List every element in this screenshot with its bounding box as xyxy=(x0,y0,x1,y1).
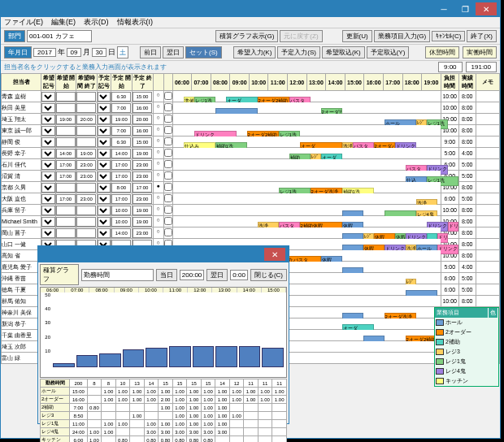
task-bar[interactable]: ドリンク xyxy=(448,222,458,232)
yotei-button[interactable]: 予定入力(S) xyxy=(277,46,320,58)
memo-cell[interactable] xyxy=(476,228,499,239)
kibo-start-input[interactable] xyxy=(56,103,76,113)
kibo-kigo-select[interactable] xyxy=(41,92,54,102)
row-checkbox[interactable] xyxy=(164,171,172,180)
prev-day-button[interactable]: 前日 xyxy=(140,46,161,58)
yotei-start-input[interactable] xyxy=(111,217,131,227)
kibo-button[interactable]: 希望入力(K) xyxy=(233,46,276,58)
kibo-end-input[interactable] xyxy=(76,115,96,124)
year-input[interactable] xyxy=(33,48,56,57)
next-day-button[interactable]: 翌日 xyxy=(163,46,184,58)
staff-name[interactable]: 大阪 直也 xyxy=(2,193,41,205)
kibo-kigo-select[interactable] xyxy=(41,103,54,113)
staff-name[interactable]: 新潟 恭子 xyxy=(2,318,41,330)
kibo-start-input[interactable] xyxy=(56,126,76,136)
maximize-button[interactable]: ❐ xyxy=(454,2,476,15)
kibo-end-input[interactable] xyxy=(76,92,96,102)
row-checkbox[interactable] xyxy=(164,160,172,168)
staff-name[interactable]: 青森 直樹 xyxy=(2,91,41,102)
yotei-end-input[interactable] xyxy=(133,228,152,238)
memo-cell[interactable] xyxy=(476,114,499,125)
row-checkbox[interactable] xyxy=(164,103,172,111)
graph-button[interactable]: 積算グラフ表示(G) xyxy=(215,30,279,42)
memo-cell[interactable] xyxy=(476,284,499,296)
kibo-end-input[interactable] xyxy=(76,137,96,147)
staff-name[interactable]: 埼玉 次郎 xyxy=(2,341,41,353)
yotei-kigo-select[interactable] xyxy=(98,228,111,238)
memo-cell[interactable] xyxy=(476,102,499,114)
month-input[interactable] xyxy=(67,48,81,57)
chart-close-button[interactable]: ✕ xyxy=(264,248,285,261)
yotei-kigo-select[interactable]: 遅1 xyxy=(98,149,111,158)
memo-cell[interactable] xyxy=(476,182,499,193)
yotei-start-input[interactable] xyxy=(111,126,131,136)
staff-name[interactable]: 沼賀 清 xyxy=(2,171,41,182)
kibo-start-input[interactable] xyxy=(56,160,76,170)
kibo-end-input[interactable] xyxy=(76,126,96,136)
kibo-kigo-select[interactable] xyxy=(41,115,54,124)
end-button[interactable]: 終了(X) xyxy=(467,30,497,42)
kibo-end-input[interactable] xyxy=(76,183,96,193)
kibo-kigo-select[interactable] xyxy=(41,160,54,170)
day-input[interactable] xyxy=(92,48,106,57)
row-checkbox[interactable] xyxy=(164,115,172,123)
kibo-start-input[interactable] xyxy=(56,115,76,124)
yotei-end-input[interactable] xyxy=(133,137,152,147)
kibo-kigo-select[interactable] xyxy=(41,137,54,147)
menu-file[interactable]: ファイル(E) xyxy=(4,17,43,28)
yotei-end-input[interactable] xyxy=(133,160,152,170)
row-checkbox[interactable] xyxy=(164,206,172,214)
chart-kind-select[interactable]: 勤務時間 xyxy=(81,269,154,281)
staff-name[interactable]: 埼玉 翔太 xyxy=(2,114,41,125)
kibo-kigo-select[interactable] xyxy=(41,206,54,215)
yotei-start-input[interactable] xyxy=(111,171,131,181)
legend-row[interactable]: ホール xyxy=(435,318,498,327)
memo-cell[interactable] xyxy=(476,125,499,136)
yotei-kigo-select[interactable]: 日A xyxy=(98,217,111,227)
kibo-start-input[interactable] xyxy=(56,217,76,227)
yotei-end-input[interactable] xyxy=(133,171,152,181)
row-checkbox[interactable] xyxy=(164,194,172,202)
legend-panel[interactable]: 業務項目 色 ホール2オーダー2補助レジ3レジ1鬼レジ4鬼キッチン xyxy=(434,307,499,387)
kibo-start-input[interactable] xyxy=(56,171,76,181)
memo-cell[interactable] xyxy=(476,216,499,228)
legend-row[interactable]: レジ1鬼 xyxy=(435,357,498,366)
kibo-kigo-select[interactable] xyxy=(41,126,54,136)
yotei-end-input[interactable] xyxy=(133,217,152,227)
yotei-start-input[interactable] xyxy=(111,206,131,215)
yotei-kigo-select[interactable]: 早2 xyxy=(98,92,111,102)
kibo-start-input[interactable] xyxy=(56,149,76,158)
row-checkbox[interactable] xyxy=(164,183,172,191)
staff-name[interactable]: 神奈川 美保 xyxy=(2,307,41,318)
yotei-kigo-select[interactable]: 遅2 xyxy=(98,160,111,170)
set-button[interactable]: セット(S) xyxy=(185,46,222,58)
memo-cell[interactable] xyxy=(476,250,499,262)
yotei-end-input[interactable] xyxy=(133,115,152,124)
kibo-kigo-select[interactable] xyxy=(41,228,54,238)
staff-name[interactable]: 静岡 俊 xyxy=(2,136,41,148)
memo-cell[interactable] xyxy=(476,193,499,205)
kibo-end-input[interactable] xyxy=(76,160,96,170)
kibo-kigo-select[interactable] xyxy=(41,194,54,204)
close-button[interactable]: ✕ xyxy=(476,2,497,15)
memo-cell[interactable] xyxy=(476,136,499,148)
undo-button[interactable]: 元に戻す(Z) xyxy=(280,30,322,42)
kibo-end-input[interactable] xyxy=(76,206,96,215)
yotei-start-input[interactable] xyxy=(111,115,131,124)
staff-name[interactable]: Michael Smith xyxy=(2,216,41,228)
row-checkbox[interactable] xyxy=(164,137,172,145)
update-button[interactable]: 更新(U) xyxy=(342,30,372,42)
yotei-kigo-select[interactable]: 早3 xyxy=(98,103,111,113)
yoteitori-button[interactable]: 予定取込(Y) xyxy=(367,46,410,58)
legend-row[interactable]: レジ4鬼 xyxy=(435,366,498,376)
staff-name[interactable]: 沖縄 香苗 xyxy=(2,273,41,284)
gyomu-button[interactable]: 業務項目入力(G) xyxy=(374,30,431,42)
staff-name[interactable]: 富山 緑 xyxy=(2,353,41,364)
staff-name[interactable]: 京都 久男 xyxy=(2,182,41,193)
yotei-start-input[interactable] xyxy=(111,194,131,204)
row-checkbox[interactable] xyxy=(164,126,172,134)
staff-name[interactable]: 岡山 菖子 xyxy=(2,228,41,239)
kibo-kigo-select[interactable] xyxy=(41,183,54,193)
memo-cell[interactable] xyxy=(476,171,499,182)
memo-cell[interactable] xyxy=(476,91,499,102)
